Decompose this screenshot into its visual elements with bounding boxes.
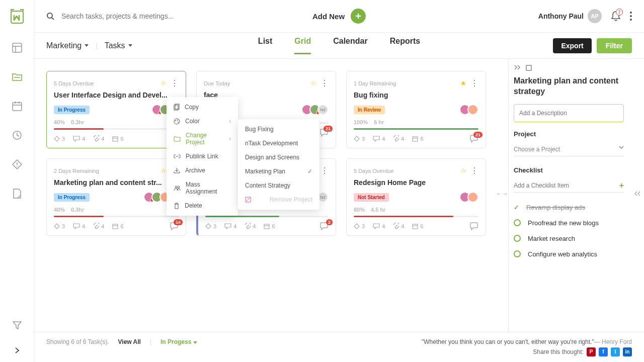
card-calendar-icon[interactable]: 6 [264, 223, 275, 229]
card-comments-icon[interactable]: 14 [170, 222, 179, 230]
submenu-item[interactable]: Bug Fixing [238, 122, 319, 136]
task-card[interactable]: 2 Days Remaining ☆ ⋮ Marketing plan and … [46, 158, 186, 236]
task-card[interactable]: 5 Days Overdue ☆ ⋮ User Interface Design… [46, 71, 186, 148]
menu-item[interactable]: Copy [167, 100, 238, 114]
nav-time-icon[interactable] [12, 130, 23, 141]
submenu-item[interactable]: Content Strategy [238, 178, 319, 193]
card-attachment-icon[interactable]: 4 [93, 223, 104, 230]
menu-item[interactable]: Mass Assignment [167, 177, 238, 199]
checklist-add-button[interactable]: + [619, 181, 624, 190]
card-attachment-icon[interactable]: 4 [393, 135, 404, 142]
card-avatars[interactable] [462, 192, 478, 203]
tab-grid[interactable]: Grid [294, 37, 311, 54]
card-chat-icon[interactable]: 4 [373, 136, 385, 142]
star-icon[interactable]: ☆ [460, 167, 466, 174]
check-circle-icon[interactable] [514, 219, 521, 226]
card-attachment-icon[interactable]: 4 [245, 223, 256, 230]
card-attachment-icon[interactable]: 4 [393, 223, 404, 230]
tab-list[interactable]: List [258, 37, 272, 54]
view-all-link[interactable]: View All [118, 338, 141, 345]
star-icon[interactable]: ☆ [160, 79, 167, 87]
user-menu[interactable]: Anthony Paul AP [538, 9, 602, 23]
resize-handle-icon[interactable]: ⇤ ⇥ [497, 191, 507, 197]
submenu-item[interactable]: Marketing Plan✓ [238, 164, 319, 178]
description-input[interactable] [514, 104, 624, 122]
more-menu-icon[interactable] [630, 12, 632, 21]
nav-filter-icon[interactable] [12, 320, 23, 331]
menu-item[interactable]: Color› [167, 114, 238, 128]
card-chat-icon[interactable]: 4 [73, 136, 85, 142]
checklist-item[interactable]: Configure web analytics [514, 246, 624, 262]
checklist-item[interactable]: Proofread the new blogs [514, 215, 624, 231]
submenu-item[interactable]: Design and Screens [238, 150, 319, 164]
card-priority-icon[interactable]: 3 [205, 223, 216, 229]
add-new-button[interactable]: + [351, 9, 366, 24]
share-pinterest-icon[interactable]: P [587, 347, 596, 356]
panel-expand-icon[interactable] [514, 65, 521, 71]
card-chat-icon[interactable]: 4 [224, 223, 236, 229]
checklist-item[interactable]: ✓Revamp display ads [514, 200, 624, 215]
checklist-item[interactable]: Market research [514, 231, 624, 246]
menu-item[interactable]: Archive [167, 163, 238, 177]
task-card[interactable]: 1 Day Remaining ★ ⋮ Bug fixing In Review… [346, 71, 486, 148]
app-logo[interactable] [10, 9, 25, 24]
nav-files-icon[interactable] [12, 188, 23, 199]
card-priority-icon[interactable]: 3 [54, 223, 65, 229]
card-comments-icon[interactable]: 2 [319, 222, 329, 230]
task-card[interactable]: 5 Days Overdue ☆ ⋮ Redesign Home Page No… [346, 158, 486, 236]
card-avatars[interactable]: NZ [304, 104, 329, 115]
notifications-button[interactable]: 7 [611, 11, 621, 22]
card-menu-icon[interactable]: ⋮ [320, 166, 329, 175]
svg-point-34 [178, 122, 179, 123]
panel-collapse-icon[interactable] [634, 191, 641, 196]
card-comments-icon[interactable] [469, 222, 478, 230]
card-avatars[interactable] [462, 104, 478, 115]
menu-item[interactable]: Change Project› [167, 128, 238, 149]
share-facebook-icon[interactable]: f [599, 347, 608, 356]
submenu-item[interactable]: nTask Development [238, 136, 319, 150]
menu-item[interactable]: Delete [167, 199, 238, 213]
star-icon[interactable]: ☆ [160, 167, 167, 174]
card-chat-icon[interactable]: 4 [373, 223, 385, 229]
tab-reports[interactable]: Reports [390, 37, 420, 54]
nav-dashboard-icon[interactable] [12, 42, 23, 53]
share-linkedin-icon[interactable]: in [623, 347, 632, 356]
star-icon[interactable]: ☆ [310, 79, 316, 87]
nav-expand-icon[interactable] [12, 345, 23, 356]
card-calendar-icon[interactable]: 6 [112, 136, 123, 142]
search-icon[interactable] [46, 12, 54, 20]
check-circle-icon[interactable] [514, 235, 521, 242]
card-menu-icon[interactable]: ⋮ [320, 78, 329, 88]
nav-issues-icon[interactable] [12, 159, 23, 170]
menu-icon [174, 185, 181, 191]
card-menu-icon[interactable]: ⋮ [470, 78, 478, 88]
card-priority-icon[interactable]: 3 [354, 223, 365, 229]
nav-projects-icon[interactable] [12, 71, 23, 82]
filter-button[interactable]: Filter [597, 38, 632, 53]
breadcrumb-view[interactable]: Tasks [105, 41, 132, 50]
card-comments-icon[interactable]: 21 [319, 129, 329, 137]
star-icon[interactable]: ★ [460, 79, 466, 87]
card-attachment-icon[interactable]: 4 [93, 135, 104, 142]
card-chat-icon[interactable]: 4 [73, 223, 85, 229]
card-calendar-icon[interactable]: 6 [412, 136, 423, 142]
card-comments-icon[interactable]: 21 [469, 135, 478, 143]
check-circle-icon[interactable] [514, 250, 521, 257]
card-priority-icon[interactable]: 3 [54, 136, 65, 142]
in-progress-filter[interactable]: In Progess [160, 338, 197, 345]
checklist-add-input[interactable] [514, 182, 599, 189]
search-input[interactable] [61, 12, 182, 20]
card-priority-icon[interactable]: 3 [354, 136, 365, 142]
nav-calendar-icon[interactable] [12, 101, 23, 112]
share-twitter-icon[interactable]: t [611, 347, 620, 356]
card-calendar-icon[interactable]: 6 [412, 223, 423, 229]
menu-item[interactable]: Publink Link [167, 149, 238, 163]
card-menu-icon[interactable]: ⋮ [470, 166, 478, 175]
panel-window-icon[interactable] [526, 65, 532, 71]
card-calendar-icon[interactable]: 6 [112, 223, 123, 229]
project-select[interactable]: Choose a Project [514, 143, 624, 156]
breadcrumb-project[interactable]: Marketing [46, 41, 89, 50]
export-button[interactable]: Export [553, 38, 591, 53]
tab-calendar[interactable]: Calendar [333, 37, 367, 54]
card-menu-icon[interactable]: ⋮ [171, 78, 179, 88]
